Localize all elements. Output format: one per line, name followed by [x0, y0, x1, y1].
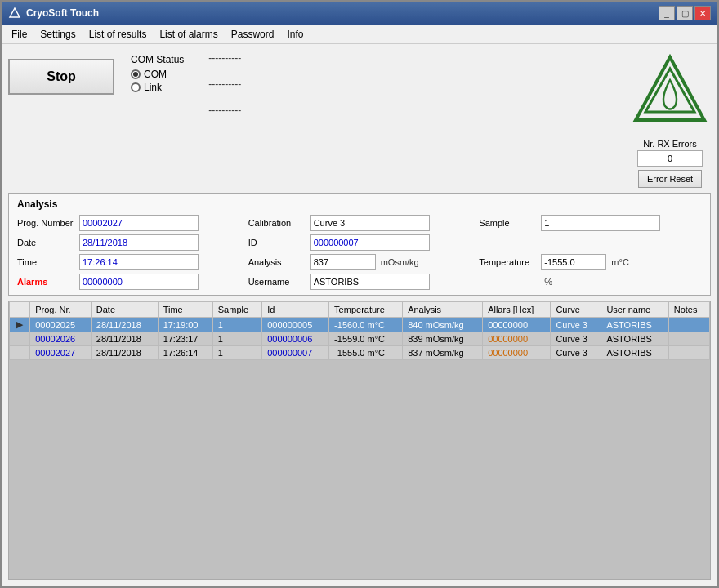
sample-row: Sample: [479, 215, 702, 231]
calibration-input[interactable]: [310, 215, 430, 231]
cell-notes: [668, 318, 709, 332]
cryosoft-logo: [629, 51, 711, 132]
table-row[interactable]: ▶ 00002025 28/11/2018 17:19:00 1 0000000…: [10, 318, 710, 332]
date-row: Date: [17, 234, 240, 251]
col-id: Id: [262, 302, 329, 318]
percent-unit: %: [544, 277, 552, 287]
prog-number-label: Prog. Number: [17, 218, 74, 228]
menu-info[interactable]: Info: [280, 27, 310, 42]
temperature-input[interactable]: [541, 254, 606, 270]
menu-file[interactable]: File: [5, 27, 33, 42]
cell-time: 17:19:00: [158, 318, 212, 332]
cell-temperature: -1559.0 m°C: [329, 332, 403, 346]
time-row: Time: [17, 254, 240, 270]
cell-curve: Curve 3: [551, 318, 601, 332]
com-status-section: COM Status COM Link: [131, 51, 184, 98]
cell-sample: 1: [212, 346, 261, 360]
cell-indicator: [10, 346, 30, 360]
title-bar: CryoSoft Touch _ ▢ ✕: [2, 2, 717, 24]
menu-list-alarms[interactable]: List of alarms: [153, 27, 224, 42]
cell-notes: [668, 332, 709, 346]
username-input[interactable]: [310, 274, 430, 290]
cell-prog-nr: 00002025: [30, 318, 92, 332]
content-area: Stop COM Status COM Link ---------- ----…: [2, 44, 717, 586]
menu-password[interactable]: Password: [225, 27, 281, 42]
table-row[interactable]: 00002026 28/11/2018 17:23:17 1 000000006…: [10, 332, 710, 346]
rx-errors-value[interactable]: [637, 150, 703, 167]
temperature-label: Temperature: [479, 257, 536, 267]
cell-prog-nr: 00002026: [30, 332, 92, 346]
dashes-col: ---------- ---------- ----------: [208, 51, 241, 116]
cell-alarms: 00000000: [483, 318, 551, 332]
dash-2: ----------: [208, 78, 241, 90]
analysis-title: Analysis: [17, 198, 702, 210]
sample-label: Sample: [479, 218, 536, 228]
dash-1: ----------: [208, 52, 241, 64]
rx-errors-section: Nr. RX Errors Error Reset: [637, 139, 703, 188]
col-notes: Notes: [668, 302, 709, 318]
close-button[interactable]: ✕: [694, 6, 711, 20]
prog-number-input[interactable]: [79, 215, 199, 231]
cell-analysis: 839 mOsm/kg: [403, 332, 483, 346]
time-label: Time: [17, 257, 74, 267]
window-title: CryoSoft Touch: [26, 7, 99, 19]
cell-curve: Curve 3: [551, 332, 601, 346]
cell-sample: 1: [212, 332, 261, 346]
percent-row: %: [479, 274, 702, 290]
com-label: COM: [144, 69, 167, 80]
cell-time: 17:26:14: [158, 346, 212, 360]
calibration-row: Calibration: [248, 215, 471, 231]
title-bar-left: CryoSoft Touch: [8, 7, 99, 20]
minimize-button[interactable]: _: [659, 6, 675, 20]
com-radio-btn[interactable]: [131, 69, 141, 79]
data-table: Prog. Nr. Date Time Sample Id Temperatur…: [9, 301, 710, 360]
menu-list-results[interactable]: List of results: [83, 27, 154, 42]
temperature-row: Temperature m°C: [479, 254, 702, 270]
col-indicator: [10, 302, 30, 318]
svg-marker-0: [10, 8, 20, 17]
id-input[interactable]: [310, 234, 430, 251]
menu-bar: File Settings List of results List of al…: [2, 24, 717, 44]
analysis-input[interactable]: [310, 254, 376, 270]
analysis-row: Analysis mOsm/kg: [248, 254, 471, 270]
cell-username: ASTORIBS: [601, 346, 668, 360]
username-row: Username: [248, 274, 471, 290]
cell-alarms: 00000000: [483, 346, 551, 360]
col-curve: Curve: [551, 302, 601, 318]
cell-username: ASTORIBS: [601, 318, 668, 332]
error-reset-button[interactable]: Error Reset: [638, 170, 702, 188]
link-radio-btn[interactable]: [131, 82, 141, 92]
cell-prog-nr: 00002027: [30, 346, 92, 360]
col-time: Time: [158, 302, 212, 318]
rx-errors-label: Nr. RX Errors: [643, 139, 696, 149]
col-prog-nr: Prog. Nr.: [30, 302, 92, 318]
app-icon: [8, 7, 21, 20]
col-username: User name: [601, 302, 668, 318]
calibration-label: Calibration: [248, 218, 306, 228]
maximize-button[interactable]: ▢: [677, 6, 693, 20]
temperature-unit: m°C: [611, 257, 629, 267]
col-date: Date: [91, 302, 158, 318]
data-table-section: Prog. Nr. Date Time Sample Id Temperatur…: [8, 301, 711, 580]
link-label: Link: [144, 82, 162, 93]
cell-date: 28/11/2018: [91, 318, 158, 332]
alarms-input[interactable]: [79, 274, 199, 290]
col-sample: Sample: [212, 302, 261, 318]
stop-button[interactable]: Stop: [8, 59, 114, 95]
col-alarms: Allars [Hex]: [483, 302, 551, 318]
analysis-section: Analysis Prog. Number Calibration Sample: [8, 193, 711, 296]
cell-notes: [668, 346, 709, 360]
cell-username: ASTORIBS: [601, 332, 668, 346]
cell-id: 000000005: [262, 318, 329, 332]
cell-analysis: 837 mOsm/kg: [403, 346, 483, 360]
sample-input[interactable]: [541, 215, 660, 231]
cell-id: 000000007: [262, 346, 329, 360]
id-row: ID: [248, 234, 471, 251]
cell-indicator: ▶: [10, 318, 30, 332]
time-input[interactable]: [79, 254, 199, 270]
date-input[interactable]: [79, 234, 199, 251]
table-row[interactable]: 00002027 28/11/2018 17:26:14 1 000000007…: [10, 346, 710, 360]
menu-settings[interactable]: Settings: [33, 27, 82, 42]
cell-temperature: -1555.0 m°C: [329, 346, 403, 360]
date-label: Date: [17, 238, 74, 247]
